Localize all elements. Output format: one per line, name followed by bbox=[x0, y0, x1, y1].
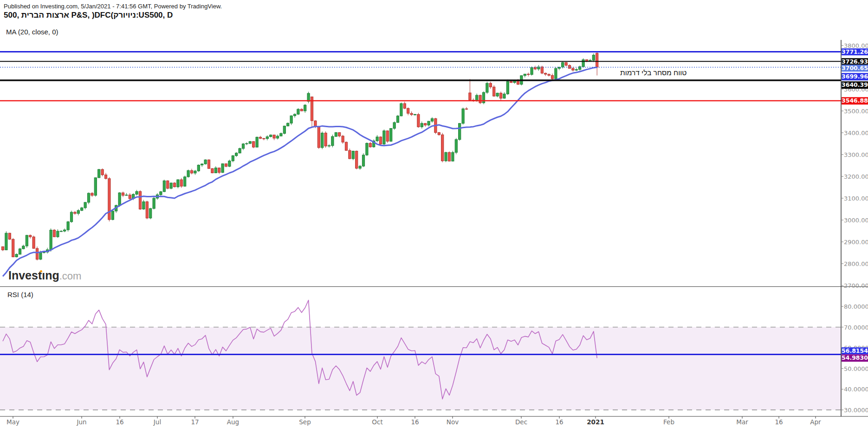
candle-down bbox=[225, 164, 227, 167]
candle-down bbox=[53, 230, 55, 237]
candle-up bbox=[187, 170, 189, 177]
rsi-axis-tick-label[interactable]: 70.0000 bbox=[844, 324, 868, 331]
time-axis-label-Nov[interactable]: Nov bbox=[447, 418, 459, 426]
candle-up bbox=[84, 202, 86, 208]
time-axis-label-17[interactable]: 17 bbox=[191, 418, 199, 426]
candle-up bbox=[524, 74, 526, 76]
investing-logo-orange-dot-icon bbox=[40, 270, 42, 272]
candle-up bbox=[160, 192, 162, 195]
candle-up bbox=[414, 115, 416, 115]
candle-up bbox=[194, 171, 196, 173]
time-axis-label-Oct[interactable]: Oct bbox=[372, 418, 382, 426]
price-axis-tick-label[interactable]: 3300.00 bbox=[844, 151, 868, 158]
time-axis-label-Apr[interactable]: Apr bbox=[810, 418, 821, 426]
price-axis-tick-label[interactable]: 2700.00 bbox=[844, 282, 868, 289]
candle-up bbox=[555, 68, 557, 79]
price-axis-tick-label[interactable]: 2800.00 bbox=[844, 260, 868, 267]
candle-up bbox=[459, 123, 461, 140]
rsi-axis-tick-label[interactable]: 30.0000 bbox=[844, 407, 868, 414]
time-axis-label-Mar[interactable]: Mar bbox=[736, 418, 748, 426]
candle-down bbox=[300, 109, 303, 111]
candle-down bbox=[548, 74, 550, 75]
time-axis-label-Aug[interactable]: Aug bbox=[227, 418, 239, 426]
time-axis-label-16[interactable]: 16 bbox=[411, 418, 419, 426]
candle-down bbox=[139, 191, 141, 209]
candle-up bbox=[143, 202, 145, 209]
price-axis-tick-label[interactable]: 3400.00 bbox=[844, 130, 868, 136]
candle-up bbox=[328, 146, 330, 146]
time-axis-label-16[interactable]: 16 bbox=[555, 418, 563, 426]
candle-up bbox=[455, 140, 457, 153]
candle-down bbox=[499, 93, 502, 98]
rsi-axis-tick-label[interactable]: 80.0000 bbox=[844, 303, 868, 310]
candle-up bbox=[331, 136, 334, 146]
time-axis-label-Jun[interactable]: Jun bbox=[77, 418, 86, 426]
candle-up bbox=[177, 180, 179, 187]
candle-up bbox=[60, 231, 62, 232]
candle-up bbox=[276, 136, 279, 138]
rsi-last-value-label: 54.9830 bbox=[842, 354, 868, 362]
candle-down bbox=[356, 151, 358, 168]
candle-down bbox=[173, 183, 175, 187]
candle-up bbox=[70, 212, 72, 222]
time-axis-label-Feb[interactable]: Feb bbox=[663, 418, 674, 426]
candle-up bbox=[50, 230, 52, 250]
candle-up bbox=[81, 208, 83, 211]
candle-down bbox=[493, 87, 495, 96]
candle-up bbox=[506, 82, 509, 94]
price-line-label-3640.39: 3640.39 bbox=[842, 81, 868, 89]
rsi-level-label: 56.8154 bbox=[842, 347, 868, 355]
trading-range-annotation[interactable]: טווח מסחר בלי דרמות bbox=[620, 69, 719, 77]
price-line-label-3546.88: 3546.88 bbox=[842, 97, 868, 104]
candle-down bbox=[541, 67, 543, 73]
price-axis-tick-label[interactable]: 3000.00 bbox=[844, 217, 868, 224]
candle-up bbox=[383, 131, 385, 144]
ma-study-label[interactable]: MA (20, close, 0) bbox=[6, 28, 58, 36]
candle-up bbox=[582, 60, 584, 67]
candle-up bbox=[214, 168, 217, 173]
candle-up bbox=[362, 155, 364, 166]
candle-up bbox=[111, 211, 114, 220]
candle-up bbox=[153, 198, 155, 208]
candle-down bbox=[465, 109, 467, 109]
candle-down bbox=[36, 248, 38, 259]
price-axis-tick-label[interactable]: 2900.00 bbox=[844, 239, 868, 246]
candle-down bbox=[218, 168, 220, 173]
chart-canvas[interactable] bbox=[0, 0, 868, 428]
candle-down bbox=[517, 81, 519, 84]
rsi-axis-tick-label[interactable]: 40.0000 bbox=[844, 386, 868, 393]
candle-up bbox=[228, 161, 231, 167]
time-axis-label-Jul[interactable]: Jul bbox=[154, 418, 161, 426]
price-axis-tick-label[interactable]: 3500.00 bbox=[844, 108, 868, 115]
price-axis-tick-label[interactable]: 3100.00 bbox=[844, 195, 868, 202]
candle-up bbox=[445, 152, 447, 161]
time-axis-label-2021[interactable]: 2021 bbox=[587, 418, 604, 426]
time-axis-label-Sep[interactable]: Sep bbox=[299, 418, 311, 426]
candle-up bbox=[98, 169, 100, 178]
candle-up bbox=[393, 123, 395, 129]
candle-up bbox=[125, 195, 128, 195]
price-axis-tick-label[interactable]: 3200.00 bbox=[844, 173, 868, 180]
candle-down bbox=[122, 193, 124, 195]
candle-up bbox=[293, 114, 296, 116]
candle-down bbox=[342, 136, 344, 142]
rsi-axis-tick-label[interactable]: 50.0000 bbox=[844, 365, 868, 372]
candlestick-series bbox=[1, 52, 598, 260]
candle-up bbox=[482, 92, 485, 103]
candle-up bbox=[5, 233, 7, 250]
time-axis-label-Dec[interactable]: Dec bbox=[515, 418, 527, 426]
candle-down bbox=[101, 169, 104, 175]
candle-up bbox=[87, 193, 90, 202]
time-axis-label-16[interactable]: 16 bbox=[116, 418, 123, 426]
candle-up bbox=[496, 93, 499, 96]
time-axis-label-16[interactable]: 16 bbox=[775, 418, 783, 426]
investing-logo-suffix: .com bbox=[59, 270, 82, 282]
candle-up bbox=[26, 235, 28, 246]
candle-up bbox=[359, 166, 361, 169]
rsi-study-label[interactable]: RSI (14) bbox=[7, 291, 33, 298]
candle-up bbox=[221, 164, 224, 173]
candle-down bbox=[369, 143, 371, 147]
candle-up bbox=[136, 191, 138, 194]
candle-up bbox=[400, 104, 402, 116]
time-axis-label-May[interactable]: May bbox=[6, 418, 19, 426]
